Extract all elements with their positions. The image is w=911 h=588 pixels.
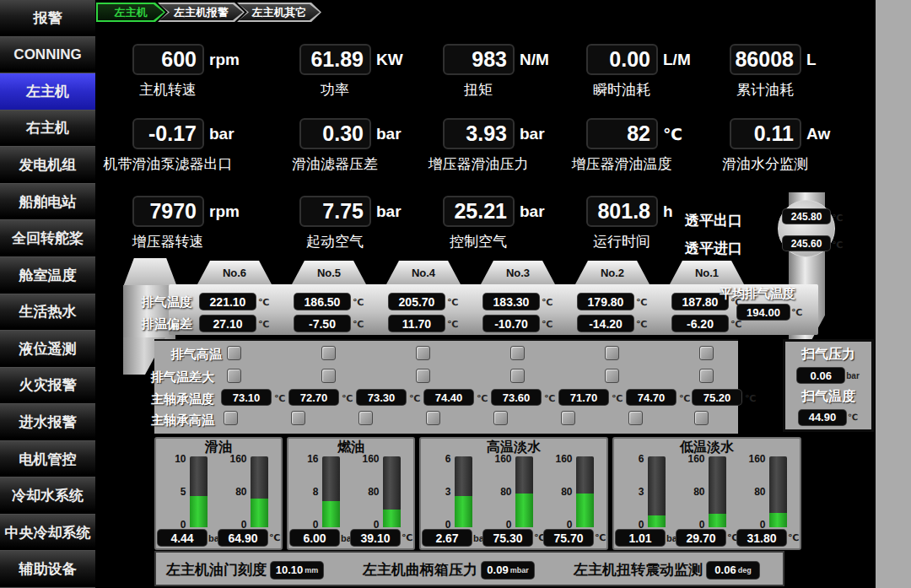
gauge-value: 29.70 bbox=[677, 530, 725, 546]
metric-label: 瞬时油耗 bbox=[546, 80, 698, 100]
metric-unit: Aw bbox=[806, 125, 830, 143]
metric-unit: bar bbox=[376, 125, 402, 143]
sidebar-item-9[interactable]: 生活热水 bbox=[0, 294, 95, 332]
bearing-high-indicator bbox=[493, 411, 508, 425]
gauge-value: 1.01 bbox=[616, 530, 665, 546]
gauge-scale-tick: 0 bbox=[181, 521, 186, 529]
gauge: 6301.01bar bbox=[616, 455, 677, 548]
metric-value: 7970 bbox=[149, 199, 197, 224]
gauge-scale: 160800 bbox=[556, 455, 576, 529]
metric-label: 增压器转速 bbox=[92, 232, 244, 251]
metric-value-box: 7970 bbox=[132, 196, 204, 227]
bearing-high-indicator bbox=[224, 411, 238, 425]
exhaust-diff-label: 排气温差大 bbox=[145, 370, 214, 386]
gauge-value: 64.90 bbox=[218, 530, 267, 546]
cylinder-header: No.2 bbox=[575, 261, 650, 284]
sidebar-item-13[interactable]: 电机管控 bbox=[0, 441, 95, 478]
cylinder-temp-value: 27.10 bbox=[200, 316, 256, 332]
tab-1[interactable]: 左主机 bbox=[96, 3, 165, 22]
gauge-scale-tick: 80 bbox=[561, 488, 572, 496]
sidebar-item-1[interactable]: 报警 bbox=[0, 0, 95, 37]
sidebar-item-5[interactable]: 发电机组 bbox=[0, 147, 95, 184]
metric-label: 扭矩 bbox=[402, 80, 554, 100]
footer-item-label: 左主机扭转震动监测 bbox=[574, 560, 703, 580]
sidebar-item-10[interactable]: 液位遥测 bbox=[0, 331, 95, 368]
gauge-scale-tick: 0 bbox=[506, 521, 512, 529]
gauge-unit: ℃ bbox=[788, 532, 798, 543]
gauge-scale-tick: 160 bbox=[748, 455, 765, 463]
gauge-readout: 75.70℃ bbox=[544, 530, 605, 546]
gauge-value: 4.44 bbox=[158, 530, 207, 546]
temp-unit: ℃ bbox=[544, 393, 555, 404]
bearing-temp-label: 主轴承温度 bbox=[145, 391, 214, 407]
gauge-scale: 160800 bbox=[688, 455, 709, 529]
gauge-scale-tick: 5 bbox=[181, 488, 186, 496]
gauge-scale-tick: 160 bbox=[494, 455, 511, 463]
temp-unit: ℃ bbox=[274, 393, 285, 404]
sidebar-item-15[interactable]: 中央冷却系统 bbox=[0, 515, 95, 552]
gauge: 16080075.70℃ bbox=[544, 455, 605, 548]
gauge-track bbox=[251, 456, 268, 527]
gauge-fill bbox=[648, 515, 666, 527]
gauge-scale-tick: 0 bbox=[445, 521, 451, 529]
sidebar-item-12[interactable]: 进水报警 bbox=[0, 404, 95, 441]
sidebar-item-11[interactable]: 火灾报警 bbox=[0, 368, 95, 405]
metric-label: 增压器滑油压力 bbox=[402, 154, 554, 174]
metric-unit: L bbox=[806, 51, 817, 69]
temp-unit: ℃ bbox=[636, 319, 647, 330]
footer-item-value: 0.06deg bbox=[707, 562, 759, 579]
metric-value-box: 86008 bbox=[730, 44, 801, 75]
gauge-readout: 2.67bar bbox=[423, 530, 483, 546]
exhaust-diff-indicator bbox=[321, 369, 336, 383]
footer-item-label: 左主机油门刻度 bbox=[166, 560, 267, 580]
cylinder-temp-value: -14.20 bbox=[578, 316, 633, 332]
gauge-panel-title: 滑油 bbox=[205, 440, 232, 455]
sidebar-item-14[interactable]: 冷却水系统 bbox=[0, 477, 95, 515]
sidebar-item-4[interactable]: 右主机 bbox=[0, 111, 95, 148]
metric-value-box: 0.30 bbox=[299, 118, 371, 149]
temp-unit: ℃ bbox=[542, 319, 553, 330]
gauge-group-row: 16806.00bar16080039.10℃ bbox=[290, 455, 412, 548]
sidebar-item-8[interactable]: 舱室温度 bbox=[0, 257, 95, 294]
gauge-readout: 31.80℃ bbox=[737, 530, 798, 546]
gauge-bar-area: 160800 bbox=[749, 455, 787, 526]
gauge-track bbox=[190, 456, 208, 527]
gauge-readout: 29.70℃ bbox=[677, 530, 737, 546]
metric-value-box: 82 bbox=[586, 118, 658, 149]
sidebar-item-3[interactable]: 左主机 bbox=[0, 73, 95, 111]
sidebar-item-7[interactable]: 全回转舵桨 bbox=[0, 220, 95, 257]
metric-unit: bar bbox=[520, 202, 545, 221]
gauge-scale: 630 bbox=[628, 455, 648, 529]
gauge-panel: 燃油16806.00bar16080039.10℃ bbox=[287, 437, 415, 550]
sidebar-item-2[interactable]: CONNING bbox=[0, 37, 95, 74]
gauge-panel: 低温淡水6301.01bar16080029.70℃16080031.80℃ bbox=[612, 437, 801, 550]
metric-label: 运行时间 bbox=[546, 232, 698, 251]
metric-unit: N/M bbox=[520, 51, 549, 69]
alarm-panel bbox=[154, 339, 738, 434]
temp-unit: ℃ bbox=[353, 297, 364, 308]
bearing-high-indicator bbox=[628, 411, 643, 425]
tab-label: 左主机 bbox=[98, 4, 164, 20]
tab-3[interactable]: 左主机其它 bbox=[237, 3, 321, 22]
gauge-group-row: 10504.44bar16080064.90℃ bbox=[158, 455, 279, 548]
gauge-scale-tick: 16 bbox=[307, 455, 318, 463]
gauge-bar-area: 160800 bbox=[495, 455, 533, 526]
gauge-scale-tick: 6 bbox=[639, 455, 644, 463]
gauge-track bbox=[383, 456, 401, 527]
metric-label: 起动空气 bbox=[259, 232, 411, 251]
gauge-track bbox=[769, 456, 787, 527]
tab-label: 左主机其它 bbox=[239, 4, 320, 20]
tab-2[interactable]: 左主机报警 bbox=[158, 3, 245, 22]
gauge-unit: bar bbox=[666, 533, 677, 543]
bearing-high-indicator bbox=[291, 411, 305, 425]
temp-unit: ℃ bbox=[447, 319, 458, 330]
sidebar-item-6[interactable]: 船舶电站 bbox=[0, 184, 95, 221]
gauge-fill bbox=[322, 501, 340, 528]
gauge-track bbox=[455, 456, 472, 527]
turbine-outlet-label: 透平出口 bbox=[685, 211, 742, 230]
sidebar-item-16[interactable]: 辅助设备 bbox=[0, 551, 95, 588]
gauge-readout: 1.01bar bbox=[616, 530, 677, 546]
gauge-scale-tick: 6 bbox=[445, 455, 451, 463]
gauge: 10504.44bar bbox=[158, 455, 218, 548]
gauge-panel: 高温淡水6302.67bar16080075.30℃16080075.70℃ bbox=[419, 437, 608, 550]
